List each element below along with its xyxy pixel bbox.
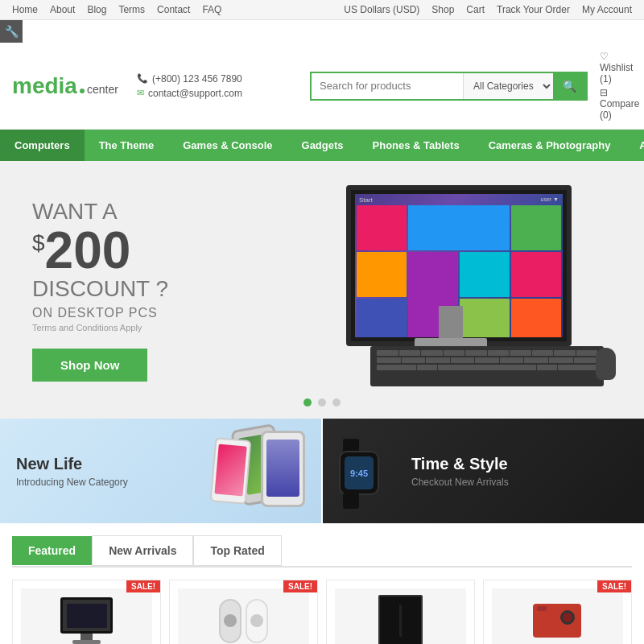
nav-cameras[interactable]: Cameras & Photography — [474, 130, 625, 161]
account-link[interactable]: My Account — [582, 4, 632, 15]
sale-badge-2: SALE! — [283, 580, 317, 592]
promo-heading-2: Time & Style — [411, 455, 509, 473]
nav-games[interactable]: Games & Console — [168, 130, 287, 161]
shop-link[interactable]: Shop — [431, 4, 454, 15]
header: media center 📞 (+800) 123 456 7890 ✉ con… — [0, 43, 644, 130]
compare-link[interactable]: ⊟ Compare (0) — [600, 87, 639, 121]
hero-terms-text: Terms and Conditions Apply — [32, 323, 168, 332]
logo[interactable]: media center — [12, 73, 125, 99]
product-img-3 — [335, 588, 466, 644]
promo-text-watch: Time & Style Checkout New Arrivals — [411, 455, 509, 488]
category-select[interactable]: All Categories — [463, 73, 553, 99]
product-card-2[interactable]: SALE! — [169, 580, 318, 644]
search-area: All Categories 🔍 — [310, 72, 588, 101]
contact-phone: 📞 (+800) 123 456 7890 — [137, 73, 298, 85]
cart-link-top[interactable]: Cart — [466, 4, 485, 15]
promo-text-phones: New Life Introducing New Category — [16, 455, 128, 488]
hero-price: $200 — [32, 225, 168, 276]
currency-selector[interactable]: US Dollars (USD) — [344, 4, 419, 15]
pc-icon — [60, 597, 113, 644]
tab-top-rated[interactable]: Top Rated — [193, 535, 281, 566]
header-right: ♡ Wishlist (1) ⊟ Compare (0) 🛒 0 Your Ca… — [600, 51, 644, 121]
top-bar-right: US Dollars (USD) Shop Cart Track Your Or… — [344, 4, 632, 15]
slide-dot-2[interactable] — [318, 398, 326, 407]
promo-banner-phones[interactable]: New Life Introducing New Category — [0, 419, 321, 523]
nav-home[interactable]: Home — [12, 4, 38, 15]
compare-icon: ⊟ — [600, 87, 608, 98]
track-order-link[interactable]: Track Your Order — [497, 4, 570, 15]
email-address: contact@support.com — [148, 88, 242, 99]
sale-badge-1: SALE! — [126, 580, 160, 592]
nav-phones[interactable]: Phones & Tablets — [358, 130, 474, 161]
top-bar: Home About Blog Terms Contact FAQ US Dol… — [0, 0, 644, 20]
watch-image: 9:45 — [335, 431, 391, 511]
product-grid: SALE! SALE! — [12, 580, 632, 644]
wrench-bar: 🔧 — [0, 20, 644, 43]
wishlist-link[interactable]: ♡ Wishlist (1) — [600, 51, 639, 85]
slide-dot-3[interactable] — [332, 398, 341, 407]
nav-theme[interactable]: The Theme — [85, 130, 169, 161]
search-input[interactable] — [312, 73, 463, 99]
wrench-icon[interactable]: 🔧 — [0, 20, 23, 43]
hero-content: WANT A $200 DISCOUNT ? ON DESKTOP PCS Te… — [0, 167, 200, 414]
phone-icon: 📞 — [137, 73, 148, 84]
header-contact: 📞 (+800) 123 456 7890 ✉ contact@support.… — [137, 73, 298, 99]
product-card-1[interactable]: SALE! — [12, 580, 161, 644]
phones-image — [152, 423, 313, 519]
console-icon — [378, 595, 423, 645]
main-nav: Computers The Theme Games & Console Gadg… — [0, 130, 644, 161]
tab-featured[interactable]: Featured — [12, 536, 92, 565]
search-icon: 🔍 — [563, 80, 576, 93]
shop-now-button[interactable]: Shop Now — [32, 349, 147, 382]
nav-terms[interactable]: Terms — [118, 4, 145, 15]
mouse — [596, 348, 616, 380]
top-bar-left: Home About Blog Terms Contact FAQ — [12, 4, 221, 15]
product-card-3[interactable] — [326, 580, 475, 644]
sale-badge-4: SALE! — [597, 580, 631, 592]
monitor-container: Startuser ▼ — [298, 177, 620, 411]
promo-sub-1: Introducing New Category — [16, 477, 128, 488]
slide-dot-1[interactable] — [303, 398, 312, 407]
product-card-4[interactable]: SALE! BESTSELLER — [483, 580, 632, 644]
wishlist-icon: ♡ — [600, 51, 609, 62]
keyboard — [370, 346, 604, 386]
nav-gadgets[interactable]: Gadgets — [287, 130, 358, 161]
logo-center-text: center — [87, 83, 118, 96]
product-img-1 — [21, 588, 152, 644]
camera-icon — [531, 601, 584, 641]
search-button[interactable]: 🔍 — [553, 73, 586, 99]
logo-media-text: media — [12, 73, 77, 99]
nav-faq[interactable]: FAQ — [202, 4, 221, 15]
nav-contact[interactable]: Contact — [157, 4, 190, 15]
promo-banner-watch[interactable]: 9:45 Time & Style Checkout New Arrivals — [323, 419, 644, 523]
featured-tabs: Featured New Arrivals Top Rated — [12, 535, 632, 568]
nav-about[interactable]: About — [50, 4, 75, 15]
speaker-icon — [219, 599, 268, 643]
wishlist-compare: ♡ Wishlist (1) ⊟ Compare (0) — [600, 51, 639, 121]
product-img-4 — [492, 588, 623, 644]
phone-number: (+800) 123 456 7890 — [152, 73, 242, 85]
contact-email: ✉ contact@support.com — [137, 88, 298, 99]
hero-image: Startuser ▼ — [298, 177, 620, 411]
tab-new-arrivals[interactable]: New Arrivals — [92, 535, 193, 566]
product-img-2 — [178, 588, 309, 644]
monitor-stand — [439, 306, 463, 338]
logo-dot — [80, 89, 85, 93]
nav-accessories[interactable]: Accessories — [625, 130, 644, 161]
hero-slider: WANT A $200 DISCOUNT ? ON DESKTOP PCS Te… — [0, 161, 644, 419]
email-icon: ✉ — [137, 88, 144, 98]
nav-blog[interactable]: Blog — [87, 4, 106, 15]
promo-banners: New Life Introducing New Category — [0, 419, 644, 523]
promo-sub-2: Checkout New Arrivals — [411, 477, 509, 488]
promo-heading-1: New Life — [16, 455, 128, 473]
hero-discount-text: DISCOUNT ? — [32, 276, 168, 302]
slider-dots — [303, 398, 341, 407]
nav-computers[interactable]: Computers — [0, 130, 85, 161]
hero-price-prefix: $ — [32, 229, 45, 254]
hero-on-text: ON DESKTOP PCS — [32, 306, 168, 320]
featured-section: Featured New Arrivals Top Rated SALE! — [0, 523, 644, 644]
